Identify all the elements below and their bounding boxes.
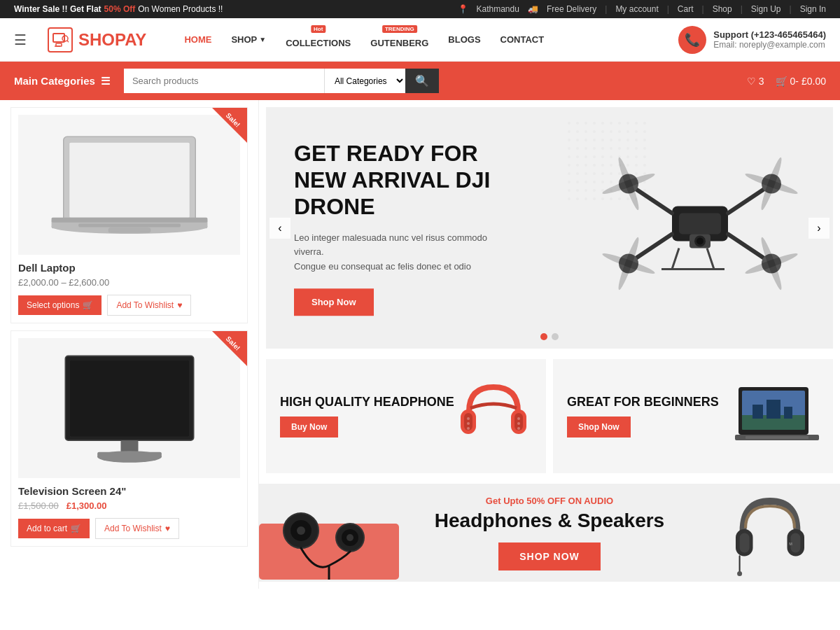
sale-text: Winter Sale !! Get Flat [14,4,102,14]
sign-in-link[interactable]: Sign In [800,4,826,14]
nav-contact[interactable]: CONTACT [491,29,554,50]
heart-icon: ♡ [747,76,756,87]
sale-off: 50% Off [104,4,136,14]
top-bar: Winter Sale !! Get Flat 50% Off On Women… [0,0,840,18]
support-email: Email: noreply@example.com [713,40,826,50]
nav-home[interactable]: HOME [174,29,221,50]
product-price: £1,500.00 £1,300.00 [18,500,240,511]
add-to-wishlist-button[interactable]: Add To Wishlist ♥ [107,295,191,316]
search-button[interactable]: 🔍 [405,69,439,93]
product-image-laptop [18,115,240,255]
header: ☰ SHOPAY HOME SHOP ▼ Hot COLLECTIONS TRE… [0,18,840,62]
collections-badge: Hot [311,25,326,33]
main-content: Sale! De [0,100,840,589]
slider-shop-now-button[interactable]: Shop Now [294,288,374,316]
svg-text:M: M [789,542,792,546]
svg-rect-10 [78,224,181,227]
svg-rect-12 [51,218,207,223]
svg-point-70 [346,534,354,541]
logo-icon [48,27,73,52]
audio-banner-headphone-image: M [714,484,826,582]
buy-now-button[interactable]: Buy Now [280,416,338,438]
delivery-icon: 🚚 [528,4,538,14]
support-area: 📞 Support (+123-465465464) Email: norepl… [678,26,826,54]
svg-point-53 [517,422,520,425]
hamburger-icon[interactable]: ☰ [14,31,27,48]
sign-up-link[interactable]: Sign Up [751,4,781,14]
slider-drone-image [588,129,812,327]
product-image-monitor [18,338,240,478]
promo-box-laptop: GREAT FOR BEGINNERS Shop Now [553,359,833,473]
promo-headphone-image [455,373,532,459]
add-to-cart-button[interactable]: Add to cart 🛒 [18,519,90,538]
logo[interactable]: SHOPAY [48,27,146,52]
product-price: £2,000.00 – £2,600.00 [18,277,240,288]
svg-point-25 [696,237,704,244]
cart-price: £0.00 [802,76,826,87]
slider-prev-button[interactable]: ‹ [270,218,290,239]
slider-dot-2[interactable] [552,333,559,340]
cart-small-icon: 🛒 [83,300,93,310]
audio-shop-now-button[interactable]: SHOP NOW [498,542,601,570]
cart-icon: 🛒 [776,76,788,87]
svg-line-43 [707,248,714,269]
search-area: All Categories 🔍 [124,69,439,93]
main-categories[interactable]: Main Categories ☰ [14,75,110,88]
audio-banner: Get Upto 50% OFF ON AUDIO Headphones & S… [259,484,840,582]
category-select[interactable]: All Categories [324,69,405,93]
promo-text-headphone: HIGH QUALITY HEADPHONE Buy Now [280,395,454,438]
cart-link[interactable]: Cart [678,4,694,14]
heart-small-icon: ♥ [177,300,182,310]
slider-dots [540,333,559,340]
cart-label: 0- [790,76,799,87]
slider-dot-1[interactable] [540,333,547,340]
promo-title-laptop: GREAT FOR BEGINNERS [567,395,719,410]
my-account-link[interactable]: My account [615,4,658,14]
nav-gutenberg[interactable]: TRENDING GUTENBERG [360,25,438,54]
wishlist-number: 3 [759,76,764,87]
add-to-wishlist-button[interactable]: Add To Wishlist ♥ [95,518,179,539]
cart-area: ♡ 3 🛒 0- £0.00 [747,76,826,87]
nav-blogs[interactable]: BLOGS [438,29,490,50]
cart-count[interactable]: 🛒 0- £0.00 [776,76,827,87]
svg-rect-18 [97,451,162,457]
support-phone: Support (+123-465465464) [713,29,826,40]
svg-rect-22 [679,213,721,234]
slider-title: GET READY FOR NEW ARRIVAL DJI DRONE [294,140,518,220]
search-input[interactable] [124,69,324,93]
svg-point-49 [467,417,470,420]
slider-next-button[interactable]: › [808,218,830,239]
location-link[interactable]: Kathmandu [477,4,519,14]
hero-slider: GET READY FOR NEW ARRIVAL DJI DRONE Leo … [266,107,833,349]
promo-laptop-image [735,380,819,452]
promo-text-laptop: GREAT FOR BEGINNERS Shop Now [567,395,719,438]
products-column: Sale! De [0,100,259,589]
location-icon: 📍 [458,4,468,14]
shop-now-small-button[interactable]: Shop Now [567,416,631,438]
nav-shop[interactable]: SHOP ▼ [221,29,276,50]
heart-small-icon: ♥ [165,524,170,533]
wishlist-count[interactable]: ♡ 3 [747,76,764,87]
price-old: £1,500.00 [18,500,59,511]
product-card: Sale! Television Screen 24" £1,500.00 [10,330,248,547]
top-bar-right: 📍 Kathmandu 🚚 Free Delivery | My account… [458,4,827,14]
slider-content: GET READY FOR NEW ARRIVAL DJI DRONE Leo … [294,140,518,316]
product-name: Television Screen 24" [18,485,240,497]
right-column: GET READY FOR NEW ARRIVAL DJI DRONE Leo … [259,100,840,589]
select-options-button[interactable]: Select options 🛒 [18,295,102,315]
svg-point-54 [517,427,520,430]
svg-rect-63 [746,436,808,439]
shop-link[interactable]: Shop [713,4,732,14]
svg-rect-11 [108,228,150,233]
svg-rect-60 [766,400,780,419]
audio-banner-earphone-image [259,484,399,582]
sale-suffix: On Women Products !! [138,4,223,14]
promo-title-headphone: HIGH QUALITY HEADPHONE [280,395,454,410]
free-delivery-link[interactable]: Free Delivery [547,4,596,14]
promo-box-headphone: HIGH QUALITY HEADPHONE Buy Now [266,359,546,473]
svg-line-4 [67,41,69,43]
svg-point-50 [467,422,470,425]
product-name: Dell Laptop [18,262,240,274]
categories-hamburger-icon: ☰ [101,75,110,88]
nav-collections[interactable]: Hot COLLECTIONS [276,25,360,54]
